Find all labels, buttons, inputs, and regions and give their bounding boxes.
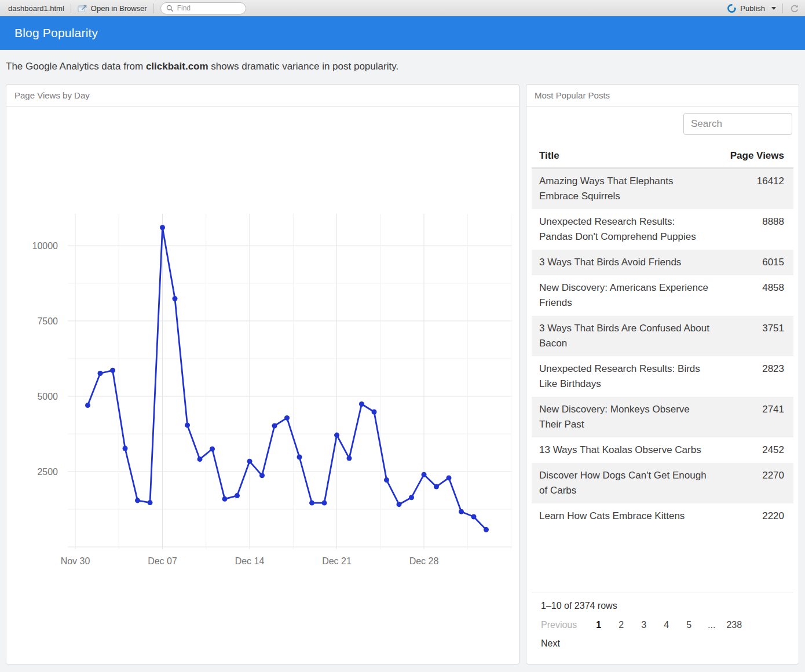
page-views-cell: 3751: [710, 321, 784, 351]
post-title-cell: Amazing Ways That Elephants Embrace Squi…: [539, 174, 710, 204]
y-axis-tick-label: 2500: [37, 467, 58, 477]
chart-point-dec-26[interactable]: [397, 502, 402, 507]
table-row: Unexpected Research Results: Pandas Don'…: [532, 209, 793, 250]
x-axis-tick-label: Nov 30: [61, 556, 90, 566]
table-rows: Amazing Ways That Elephants Embrace Squi…: [532, 169, 793, 529]
chart-point-dec-23[interactable]: [359, 401, 364, 407]
post-title-cell: Unexpected Research Results: Pandas Don'…: [539, 214, 710, 244]
subtitle-suffix: shows dramatic variance in post populari…: [208, 61, 399, 72]
chart-point-dec-31[interactable]: [459, 509, 464, 514]
viewer-toolbar: dashboard1.html Open in Browser: [0, 0, 805, 16]
chart-point-jan-01[interactable]: [471, 514, 477, 520]
posts-card-body: Title Page Views Amazing Ways That Eleph…: [526, 107, 799, 664]
chart-point-dec-04[interactable]: [123, 445, 128, 451]
chart-point-dec-02[interactable]: [98, 371, 103, 376]
chart-point-dec-10[interactable]: [197, 456, 203, 462]
column-header-page-views[interactable]: Page Views: [710, 150, 784, 162]
find-box[interactable]: [160, 2, 246, 14]
chart-point-dec-12[interactable]: [222, 496, 228, 502]
x-axis-tick-label: Dec 07: [148, 556, 177, 566]
page-views-cell: 8888: [710, 214, 784, 244]
chart-point-dec-29[interactable]: [434, 484, 439, 490]
open-in-browser-button[interactable]: Open in Browser: [78, 4, 147, 13]
chart-point-dec-30[interactable]: [447, 475, 452, 480]
pagination-next-row: Next: [541, 638, 784, 649]
previous-page-button: Previous: [541, 620, 577, 630]
page-views-cell: 4858: [710, 280, 784, 311]
post-title-cell: 13 Ways That Koalas Observe Carbs: [539, 443, 710, 458]
chart-point-dec-01[interactable]: [85, 403, 90, 408]
page-button[interactable]: 2: [610, 620, 632, 630]
table-row: Learn How Cats Embrace Kittens2220: [532, 503, 793, 529]
chart-point-jan-02[interactable]: [484, 527, 489, 532]
post-title-cell: New Discovery: Monkeys Observe Their Pas…: [539, 402, 710, 432]
main-content: Page Views by Day 25005000750010000Nov 3…: [6, 84, 799, 664]
page-views-cell: 16412: [710, 174, 784, 204]
page-views-cell: 2220: [710, 509, 784, 524]
chart-point-dec-03[interactable]: [110, 368, 115, 373]
y-axis-tick-label: 10000: [32, 241, 58, 251]
chart-point-dec-19[interactable]: [309, 501, 314, 506]
table-row: Amazing Ways That Elephants Embrace Squi…: [532, 169, 793, 209]
open-in-browser-label: Open in Browser: [91, 4, 147, 13]
page-title: Blog Popularity: [14, 26, 98, 40]
posts-card: Most Popular Posts Title Page Views Amaz…: [526, 84, 799, 664]
table-row: Unexpected Research Results: Birds Like …: [532, 356, 793, 397]
dashboard-navbar: Blog Popularity: [0, 16, 805, 50]
pagination-nav: Previous12345...238: [541, 620, 784, 630]
pagination-summary: 1–10 of 2374 rows: [541, 601, 784, 611]
chart-card: Page Views by Day 25005000750010000Nov 3…: [6, 84, 519, 664]
table-row: 13 Ways That Koalas Observe Carbs2452: [532, 437, 793, 463]
chart-point-dec-07[interactable]: [160, 225, 165, 230]
table-search-input[interactable]: [683, 113, 792, 135]
chart-point-dec-14[interactable]: [247, 459, 253, 464]
table-row: New Discovery: Monkeys Observe Their Pas…: [532, 397, 793, 437]
chart-point-dec-22[interactable]: [347, 456, 352, 461]
table-row: New Discovery: Americans Experience Frie…: [532, 275, 793, 316]
chart-card-body: 25005000750010000Nov 30Dec 07Dec 14Dec 2…: [6, 107, 519, 664]
x-axis-tick-label: Dec 21: [322, 556, 352, 566]
page-button[interactable]: 5: [678, 620, 700, 630]
table-header-row: Title Page Views: [532, 144, 793, 169]
chart-point-dec-20[interactable]: [322, 501, 327, 506]
chart-point-dec-16[interactable]: [272, 423, 277, 428]
column-header-title[interactable]: Title: [539, 150, 710, 162]
chart-point-dec-21[interactable]: [334, 433, 339, 438]
publish-icon: [727, 3, 737, 13]
subtitle-brand: clickbait.com: [146, 61, 208, 72]
post-title-cell: 3 Ways That Birds Avoid Friends: [539, 255, 710, 270]
chart-point-dec-05[interactable]: [135, 498, 140, 503]
chart-point-dec-13[interactable]: [235, 493, 240, 498]
chart-point-dec-25[interactable]: [384, 477, 389, 483]
page-views-cell: 6015: [710, 255, 784, 270]
page-button[interactable]: 238: [723, 620, 745, 630]
chart-point-dec-06[interactable]: [148, 500, 153, 505]
page-views-line-chart[interactable]: 25005000750010000Nov 30Dec 07Dec 14Dec 2…: [6, 107, 519, 664]
chart-point-dec-15[interactable]: [259, 473, 265, 478]
page-button[interactable]: 4: [655, 620, 678, 630]
file-tab[interactable]: dashboard1.html: [8, 4, 64, 13]
chart-point-dec-18[interactable]: [297, 455, 302, 460]
post-title-cell: Discover How Dogs Can't Get Enough of Ca…: [539, 468, 710, 498]
chart-point-dec-24[interactable]: [372, 410, 377, 415]
next-page-button[interactable]: Next: [541, 638, 560, 648]
refresh-button[interactable]: [789, 3, 799, 13]
chevron-down-icon: [771, 7, 776, 10]
page-button-current[interactable]: 1: [587, 620, 610, 630]
search-icon: [166, 5, 174, 12]
y-axis-tick-label: 7500: [37, 316, 58, 326]
chart-card-header: Page Views by Day: [6, 85, 519, 107]
find-input[interactable]: [177, 4, 240, 12]
page-button[interactable]: 3: [632, 620, 655, 630]
x-axis-tick-label: Dec 14: [235, 556, 265, 566]
dashboard-subtitle: The Google Analytics data from clickbait…: [0, 50, 805, 83]
chart-point-dec-11[interactable]: [210, 447, 215, 452]
chart-point-dec-28[interactable]: [422, 472, 427, 477]
chart-point-dec-17[interactable]: [284, 415, 290, 421]
chart-point-dec-09[interactable]: [185, 422, 190, 428]
chart-point-dec-27[interactable]: [409, 495, 414, 500]
publish-button[interactable]: Publish: [727, 3, 776, 13]
page-views-cell: 2270: [710, 468, 784, 498]
chart-point-dec-08[interactable]: [173, 296, 178, 301]
x-axis-tick-label: Dec 28: [409, 556, 439, 566]
